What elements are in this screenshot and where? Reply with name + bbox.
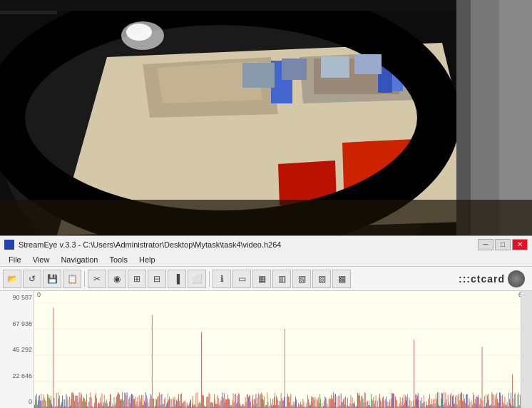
open-folder-btn[interactable]: 📂 [3,270,21,288]
svg-rect-16 [0,0,532,11]
logo-icon [508,270,525,287]
chart-scrollbar[interactable] [521,291,532,408]
cut-btn[interactable]: ✂ [88,270,106,288]
video-panel [0,0,532,235]
save-btn[interactable]: 💾 [43,270,61,288]
window-controls[interactable]: ─ □ ✕ [478,239,528,250]
layout5-btn[interactable]: ▩ [332,270,351,288]
close-button[interactable]: ✕ [512,239,528,250]
svg-rect-25 [354,54,382,74]
y-label-4: 22 646 [1,372,32,379]
title-bar: StreamEye v.3.3 - C:\Users\Administrator… [0,235,532,253]
chart-panel: 90 587 67 938 45 292 22 646 0 0 641 [0,291,532,408]
logo-area: :::ctcard [459,270,529,287]
svg-point-21 [126,24,152,41]
grid2-btn[interactable]: ⊟ [148,270,166,288]
maximize-button[interactable]: □ [495,239,511,250]
app-icon [4,240,14,250]
toolbar-sep1 [84,271,85,287]
svg-rect-22 [242,63,275,88]
refresh-btn[interactable]: ↺ [23,270,41,288]
chart-x-labels: 0 641 [34,291,532,302]
info-btn[interactable]: ℹ [213,270,231,288]
menu-bar: File View Navigation Tools Help [0,253,532,267]
svg-rect-26 [0,200,532,235]
toolbar: 📂 ↺ 💾 📋 ✂ ◉ ⊞ ⊟ ▐ ⬜ ℹ ▭ ▦ ▥ ▧ ▨ ▩ :::ctc… [0,267,532,291]
menu-help[interactable]: Help [133,254,161,265]
copy-btn[interactable]: 📋 [63,270,81,288]
chart-y-axis: 90 587 67 938 45 292 22 646 0 [0,291,34,408]
x-label-start: 0 [37,291,41,302]
square-btn[interactable]: ⬜ [188,270,206,288]
minimize-button[interactable]: ─ [478,239,493,250]
svg-rect-23 [282,58,307,80]
window-title: StreamEye v.3.3 - C:\Users\Administrator… [19,240,478,249]
svg-rect-24 [321,56,349,78]
y-label-top: 90 587 [1,294,32,301]
layout4-btn[interactable]: ▨ [312,270,331,288]
menu-tools[interactable]: Tools [103,254,133,265]
menu-navigation[interactable]: Navigation [55,254,103,265]
menu-file[interactable]: File [3,254,27,265]
y-label-2: 67 938 [1,320,32,327]
layout2-btn[interactable]: ▥ [272,270,291,288]
layout1-btn[interactable]: ▦ [252,270,271,288]
layout3-btn[interactable]: ▧ [292,270,311,288]
toolbar-sep2 [209,271,210,287]
chart-canvas [34,302,521,408]
globe-btn[interactable]: ◉ [108,270,126,288]
frame-btn[interactable]: ▭ [232,270,251,288]
y-label-3: 45 292 [1,346,32,353]
bar-chart-btn[interactable]: ▐ [168,270,186,288]
y-label-bottom: 0 [1,398,32,405]
logo-text: :::ctcard [459,273,505,285]
chart-canvas-area: 0 641 [34,291,532,408]
grid-btn[interactable]: ⊞ [128,270,146,288]
menu-view[interactable]: View [27,254,56,265]
